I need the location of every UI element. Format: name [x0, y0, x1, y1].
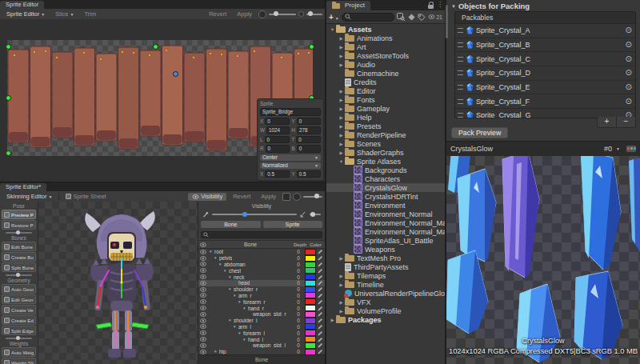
project-item-gameplay[interactable]: ▶Gameplay	[326, 104, 445, 113]
expand-arrow-icon[interactable]: ▼	[242, 306, 247, 310]
project-item-renderpipeline[interactable]: ▶RenderPipeline	[326, 130, 445, 139]
canvas-zoom-slider[interactable]	[303, 196, 322, 198]
visibility-eye-icon[interactable]	[198, 287, 207, 292]
visibility-eye-icon[interactable]	[198, 250, 207, 254]
bone-color-swatch[interactable]	[305, 298, 316, 305]
expand-arrow-icon[interactable]: ▼	[228, 318, 233, 322]
expand-arrow-icon[interactable]: ▼	[218, 262, 223, 266]
project-item-crystalsglow[interactable]: CrystalsGlow	[326, 183, 445, 192]
project-item-characters[interactable]: Characters	[326, 174, 445, 183]
bone-color-swatch[interactable]	[305, 323, 316, 330]
object-picker-icon[interactable]: ⊙	[626, 69, 632, 77]
object-picker-icon[interactable]: ⊙	[626, 26, 632, 34]
bone-color-swatch[interactable]	[305, 274, 316, 280]
color-edit-icon[interactable]	[316, 306, 325, 311]
remove-packable-button[interactable]: −	[616, 117, 635, 127]
project-item-environment-normal-mask[interactable]: Environment_Normal_Mask	[326, 227, 445, 236]
bone-row-chest[interactable]: ▼chest0	[198, 267, 325, 274]
visibility-eye-icon[interactable]	[198, 281, 207, 286]
bone-row-head[interactable]: head0	[198, 280, 325, 286]
visibility-eye-icon[interactable]	[198, 330, 207, 335]
trim-button[interactable]: Trim	[80, 10, 100, 18]
bone-opacity-slider[interactable]	[212, 214, 297, 215]
field-value[interactable]: 0	[296, 136, 321, 144]
expand-arrow-icon[interactable]: ▶	[338, 115, 345, 120]
bone-color-swatch[interactable]	[305, 267, 316, 274]
project-item-weapons[interactable]: Weapons	[326, 245, 445, 254]
packable-row-sprite-crystal-b[interactable]: Sprite_Crystal_B⊙	[455, 38, 635, 53]
bone-row-shoulder-r[interactable]: ▼shoulder_r0	[198, 286, 325, 293]
bone-color-swatch[interactable]	[305, 286, 316, 293]
project-search-input[interactable]	[342, 13, 394, 22]
expand-arrow-icon[interactable]: ▶	[338, 274, 345, 278]
object-picker-icon[interactable]: ⊙	[626, 98, 632, 106]
sprite-sheet-toggle[interactable]: Sprite Sheet	[62, 193, 110, 201]
project-item-assets[interactable]: ▼Assets	[326, 25, 445, 34]
visibility-eye-icon[interactable]	[198, 318, 207, 323]
color-edit-icon[interactable]	[316, 299, 325, 305]
tool-button-split-bone[interactable]: Split Bone	[2, 262, 36, 272]
bone-row-arm-r[interactable]: ▼arm_r0	[198, 293, 325, 299]
window-divider[interactable]	[445, 0, 446, 364]
tab-sprite-editor[interactable]: Sprite Editor	[0, 1, 44, 9]
project-item-tilemaps[interactable]: ▶Tilemaps	[326, 271, 445, 280]
color-edit-icon[interactable]	[316, 330, 325, 336]
expand-arrow-icon[interactable]: ▼	[329, 27, 336, 32]
tool-button-auto-weights[interactable]: Auto Weights	[2, 347, 36, 357]
window-divider[interactable]	[0, 182, 325, 182]
rgb-channels-icon[interactable]	[626, 146, 636, 152]
apply-button[interactable]: Apply	[257, 193, 280, 201]
bone-color-swatch[interactable]	[305, 342, 316, 349]
drag-handle-icon[interactable]	[458, 85, 463, 90]
project-item-environment-normal-mask[interactable]: Environment_Normal_Mask	[326, 218, 445, 227]
field-value[interactable]: 278	[297, 126, 321, 134]
scrollbar-thumb[interactable]	[446, 5, 448, 38]
expand-arrow-icon[interactable]: ▶	[338, 36, 345, 41]
sprite-handle[interactable]	[6, 95, 11, 101]
project-item-scenes[interactable]: ▶Scenes	[326, 139, 445, 148]
preview-page-dropdown[interactable]: #0▼	[601, 145, 623, 153]
bone-row-hand-r[interactable]: ▼hand_r0	[198, 305, 325, 311]
expand-arrow-icon[interactable]: ▼	[233, 294, 238, 298]
field-value[interactable]: 0.5	[265, 170, 289, 178]
visibility-eye-icon[interactable]	[198, 256, 207, 261]
bone-color-swatch[interactable]	[305, 262, 316, 268]
color-edit-icon[interactable]	[316, 293, 325, 298]
object-picker-icon[interactable]: ⊙	[626, 41, 632, 49]
sprite-editor-canvas[interactable]: Sprite Sprite_Bridge X0Y0W1024H278L0T0R0…	[0, 19, 325, 182]
tool-button-edit-geometry[interactable]: Edit Geometry	[2, 294, 36, 304]
lock-icon[interactable]	[428, 5, 434, 9]
expand-arrow-icon[interactable]: ▶	[338, 98, 345, 102]
color-edit-icon[interactable]	[316, 274, 325, 280]
color-edit-icon[interactable]	[316, 286, 325, 292]
expand-arrow-icon[interactable]: ▶	[338, 256, 345, 261]
apply-button[interactable]: Apply	[233, 10, 256, 18]
expand-arrow-icon[interactable]: ▶	[338, 45, 345, 50]
expand-arrow-icon[interactable]: ▼	[214, 350, 218, 354]
drag-handle-icon[interactable]	[458, 70, 463, 75]
bone-color-swatch[interactable]	[305, 330, 316, 336]
expand-arrow-icon[interactable]: ▶	[338, 150, 345, 155]
add-asset-button[interactable]: +▼	[329, 13, 339, 22]
drag-handle-icon[interactable]	[458, 99, 463, 104]
search-in-icon[interactable]	[397, 13, 405, 21]
mesh-opacity-slider[interactable]	[310, 214, 321, 215]
field-value[interactable]: 0.5	[297, 170, 321, 178]
bone-color-swatch[interactable]	[305, 311, 316, 318]
expand-arrow-icon[interactable]: ▶	[329, 318, 336, 322]
project-item-editor[interactable]: ▶Editor	[326, 86, 445, 95]
project-item-vfx[interactable]: ▶VFX	[326, 298, 445, 306]
drag-handle-icon[interactable]	[458, 113, 463, 118]
bone-row-weapon-slot-l[interactable]: weapon_slot_l0	[198, 342, 325, 349]
project-item-cinemachine[interactable]: Cinemachine	[326, 69, 445, 78]
field-value[interactable]: 0	[297, 145, 321, 153]
expand-arrow-icon[interactable]: ▶	[338, 282, 345, 287]
project-item-packages[interactable]: ▶Packages	[326, 315, 445, 324]
object-picker-icon[interactable]: ⊙	[626, 83, 632, 91]
bone-color-swatch[interactable]	[305, 318, 316, 324]
color-edit-icon[interactable]	[316, 342, 325, 348]
pivot-unit-mode-dropdown[interactable]: Normalized▼	[260, 162, 321, 169]
project-item-fonts[interactable]: ▶Fonts	[326, 95, 445, 104]
visibility-eye-icon[interactable]	[198, 274, 207, 279]
slice-dropdown[interactable]: Slice▼	[51, 10, 78, 18]
